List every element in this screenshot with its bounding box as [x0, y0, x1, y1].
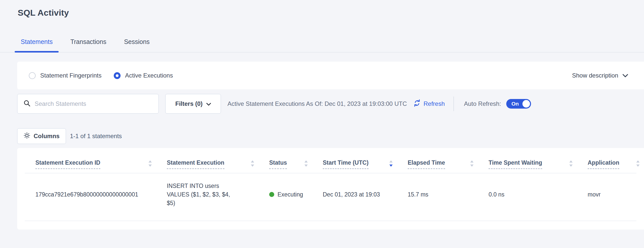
column-header-time-spent-waiting[interactable]: Time Spent Waiting: [489, 159, 588, 169]
column-header-statement-execution-id[interactable]: Statement Execution ID: [35, 159, 167, 169]
cell-elapsed-time: 15.7 ms: [408, 191, 489, 198]
cell-time-spent-waiting: 0.0 ns: [489, 191, 588, 198]
cell-statement-execution-id: 179cca7921e679b80000000000000001: [35, 191, 167, 198]
table-toolbar: Columns 1-1 of 1 statements: [17, 128, 644, 144]
radio-icon[interactable]: [114, 72, 121, 79]
cell-application: movr: [588, 191, 644, 198]
sort-icon[interactable]: [470, 160, 474, 168]
column-header-start-time[interactable]: Start Time (UTC): [323, 159, 408, 169]
sort-icon[interactable]: [148, 160, 152, 168]
auto-refresh-toggle[interactable]: On: [506, 99, 531, 109]
column-header-statement-execution[interactable]: Statement Execution: [167, 159, 269, 169]
search-input[interactable]: [35, 100, 153, 107]
tab-bar: Statements Transactions Sessions: [0, 38, 644, 53]
table-header-row: Statement Execution ID Statement Executi…: [17, 148, 644, 169]
table-row[interactable]: 179cca7921e679b80000000000000001 INSERT …: [17, 173, 644, 217]
refresh-button[interactable]: Refresh: [413, 99, 445, 109]
column-header-application[interactable]: Application: [588, 159, 644, 169]
columns-button[interactable]: Columns: [17, 128, 66, 144]
search-box[interactable]: [17, 94, 159, 114]
results-count: 1-1 of 1 statements: [70, 133, 122, 140]
page-title: SQL Activity: [18, 8, 644, 18]
sort-icon[interactable]: [389, 160, 393, 168]
cell-start-time: Dec 01, 2023 at 19:03: [323, 191, 408, 198]
radio-active-executions[interactable]: Active Executions: [114, 72, 173, 79]
toggle-state-label: On: [512, 101, 519, 107]
as-of-label: Active Statement Executions As Of: Dec 0…: [227, 100, 407, 107]
view-mode-radio-group: Statement Fingerprints Active Executions: [29, 72, 173, 79]
refresh-label: Refresh: [424, 100, 445, 107]
auto-refresh-label: Auto Refresh:: [464, 100, 501, 107]
sort-icon[interactable]: [636, 160, 640, 168]
radio-label: Statement Fingerprints: [40, 72, 102, 79]
show-description-button[interactable]: Show description: [572, 72, 628, 79]
tab-sessions[interactable]: Sessions: [118, 38, 156, 52]
tab-transactions[interactable]: Transactions: [64, 38, 112, 52]
columns-label: Columns: [34, 133, 60, 140]
filters-label: Filters (0): [175, 100, 202, 107]
sort-icon[interactable]: [304, 160, 308, 168]
gear-icon: [24, 132, 30, 140]
auto-refresh-control: Auto Refresh: On: [464, 99, 531, 109]
column-header-elapsed-time[interactable]: Elapsed Time: [408, 159, 489, 169]
show-description-label: Show description: [572, 72, 618, 79]
radio-statement-fingerprints[interactable]: Statement Fingerprints: [29, 72, 102, 79]
status-label: Executing: [278, 191, 303, 198]
radio-label: Active Executions: [125, 72, 173, 79]
row-divider: [25, 221, 636, 221]
sort-icon[interactable]: [250, 160, 255, 168]
statements-toolbar: Filters (0) Active Statement Executions …: [17, 94, 644, 114]
statements-table: Statement Execution ID Statement Executi…: [17, 148, 644, 230]
filters-button[interactable]: Filters (0): [165, 94, 221, 114]
view-mode-card: Statement Fingerprints Active Executions…: [17, 62, 644, 89]
toggle-knob: [522, 100, 530, 108]
chevron-down-icon: [622, 72, 628, 79]
chevron-down-icon: [206, 100, 211, 107]
search-icon: [24, 100, 31, 108]
column-header-status[interactable]: Status: [269, 159, 323, 169]
refresh-icon: [413, 99, 421, 109]
cell-statement-execution[interactable]: INSERT INTO users VALUES ($1, $2, $3, $4…: [167, 182, 245, 207]
tab-statements[interactable]: Statements: [15, 38, 59, 52]
radio-icon[interactable]: [29, 72, 36, 79]
cell-status: Executing: [269, 191, 323, 198]
toolbar-divider: [453, 96, 454, 111]
sort-icon[interactable]: [569, 160, 573, 168]
status-dot-icon: [269, 192, 274, 197]
